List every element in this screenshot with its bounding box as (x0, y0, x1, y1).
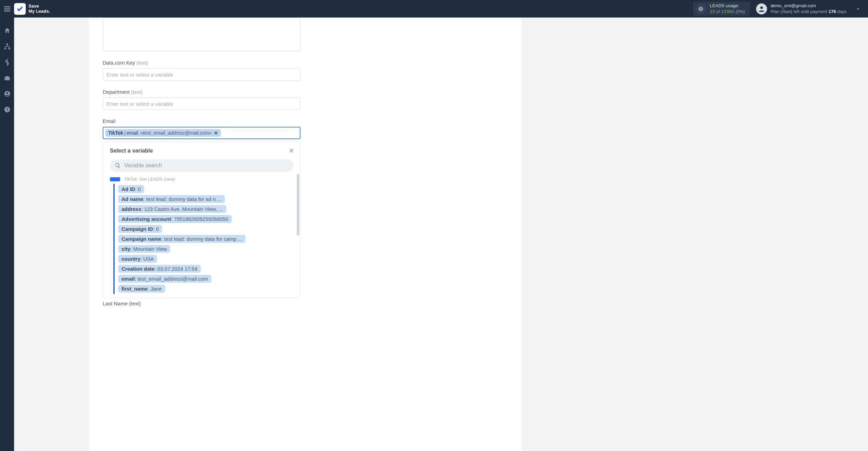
dollar-icon (4, 59, 11, 66)
account-widget[interactable]: demo_sml@gmail.com Plan |Start| left unt… (756, 3, 847, 14)
hamburger-icon (4, 7, 10, 11)
sidebar-item-billing[interactable] (3, 58, 11, 66)
variable-option[interactable]: city: Mountain View (118, 245, 170, 253)
variable-search-input[interactable] (124, 162, 288, 169)
user-circle-icon (4, 90, 11, 97)
sidebar-item-help[interactable]: ? (3, 105, 11, 114)
variable-dropdown: Select a variable ✕ TikTok: Get LEADS (n… (103, 142, 300, 298)
department-label: Department (text) (103, 89, 300, 95)
variable-option[interactable]: Advertising account: 7051862609259266050 (118, 215, 232, 223)
chip-pipe: | (124, 130, 126, 136)
chip-remove-button[interactable]: ✕ (214, 130, 218, 136)
account-expand-button[interactable] (852, 6, 864, 12)
form-column: Data.com Key (text) Department (text) Em… (103, 18, 300, 306)
usage-widget[interactable]: LEADS usage: 23 of 13'850 (0%) (693, 2, 750, 16)
chip-value: «test_email_address@mail.com» (140, 130, 212, 136)
briefcase-icon (4, 75, 11, 81)
chip-source: TikTok (108, 130, 123, 136)
department-label-text: Department (103, 89, 129, 95)
svg-point-8 (6, 92, 8, 94)
app-header: Save My Leads. LEADS usage: 23 of 13'850… (0, 0, 868, 18)
usage-used: 23 (710, 9, 715, 14)
account-email: demo_sml@gmail.com (770, 3, 847, 9)
brand: Save My Leads. (14, 3, 50, 15)
sidebar: ? (0, 18, 14, 451)
chevron-down-icon (855, 6, 861, 12)
dropdown-body: TikTok: Get LEADS (new) Ad ID: 0 Ad name… (103, 174, 300, 297)
checkmark-icon (16, 5, 24, 13)
variable-option[interactable]: Creation date: 03.07.2024 17:54 (118, 265, 201, 273)
last-name-label-text: Last Name (103, 301, 128, 306)
sidebar-item-home[interactable] (3, 26, 11, 35)
svg-point-3 (760, 6, 763, 9)
avatar (756, 3, 767, 14)
source-name: TikTok: Get LEADS (new) (124, 177, 175, 182)
content-card: Data.com Key (text) Department (text) Em… (89, 18, 521, 451)
previous-field-box[interactable] (103, 18, 300, 52)
sitemap-icon (4, 43, 11, 50)
home-icon (4, 27, 11, 34)
variable-search-box[interactable] (110, 159, 293, 172)
variable-option[interactable]: email: test_email_address@mail.com (118, 275, 212, 283)
datacom-input[interactable] (103, 68, 300, 81)
sidebar-item-toolbox[interactable] (3, 74, 11, 82)
variable-option[interactable]: Campaign name: test lead: dummy data for… (118, 235, 245, 243)
user-icon (758, 5, 765, 13)
dropdown-scrollbar[interactable] (297, 174, 299, 236)
svg-rect-4 (6, 44, 8, 45)
svg-text:?: ? (6, 107, 8, 112)
email-label: Email (103, 118, 300, 124)
variable-option[interactable]: Ad name: test lead: dummy data for ad n … (118, 195, 225, 203)
department-label-hint: (text) (131, 89, 143, 95)
source-color-pill (110, 177, 120, 181)
variable-option[interactable]: first_name: Jane (118, 285, 165, 293)
brand-text: Save My Leads. (28, 4, 50, 14)
sidebar-item-account[interactable] (3, 90, 11, 98)
account-sub-suffix: days (836, 9, 847, 14)
source-row[interactable]: TikTok: Get LEADS (new) (110, 175, 293, 184)
svg-rect-2 (4, 11, 10, 11)
variable-option[interactable]: country: USA (118, 255, 157, 263)
datacom-label-hint: (text) (136, 60, 148, 66)
account-days: 176 (829, 9, 836, 14)
info-icon (696, 4, 706, 14)
variable-option[interactable]: Campaign ID: 0 (118, 225, 162, 233)
sidebar-item-connections[interactable] (3, 42, 11, 50)
last-name-label-hint: (text) (129, 301, 141, 306)
datacom-label-text: Data.com Key (103, 60, 135, 66)
menu-toggle-button[interactable] (0, 0, 14, 18)
page-body: Data.com Key (text) Department (text) Em… (14, 18, 868, 451)
variable-list: Ad ID: 0 Ad name: test lead: dummy data … (113, 184, 293, 294)
variable-option[interactable]: address: 123 Castro Ave. Mountain View, … (118, 205, 226, 213)
department-input[interactable] (103, 98, 300, 110)
usage-total: 13'850 (721, 9, 734, 14)
question-icon: ? (4, 106, 11, 113)
brand-line2: My Leads. (28, 9, 50, 14)
account-text: demo_sml@gmail.com Plan |Start| left unt… (770, 3, 847, 14)
dropdown-title: Select a variable (110, 148, 153, 154)
email-variable-chip[interactable]: TikTok | email: «test_email_address@mail… (105, 129, 221, 137)
brand-logo (14, 3, 26, 15)
last-name-label: Last Name (text) (103, 301, 300, 306)
svg-rect-0 (4, 7, 10, 7)
search-icon (115, 162, 121, 169)
datacom-label: Data.com Key (text) (103, 60, 300, 66)
usage-of: of (716, 9, 720, 14)
email-label-text: Email (103, 118, 116, 124)
email-input[interactable]: TikTok | email: «test_email_address@mail… (103, 127, 300, 139)
svg-rect-6 (8, 48, 10, 49)
dropdown-close-button[interactable]: ✕ (289, 147, 294, 155)
chip-field: email: (126, 130, 139, 136)
usage-text: LEADS usage: 23 of 13'850 (0%) (710, 3, 745, 14)
brand-line1: Save (28, 4, 50, 9)
variable-option[interactable]: Ad ID: 0 (118, 185, 144, 193)
svg-rect-1 (4, 9, 10, 9)
account-sub-prefix: Plan |Start| left until payment (770, 9, 829, 14)
usage-label: LEADS usage: (710, 3, 745, 9)
svg-rect-5 (4, 48, 6, 49)
usage-pct: (0%) (735, 9, 745, 14)
